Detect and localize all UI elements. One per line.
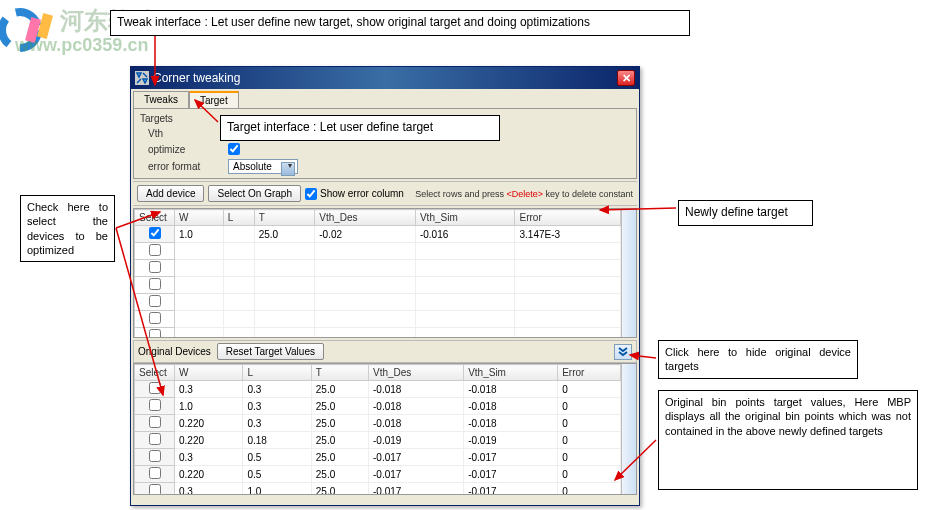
cell-w[interactable]: 0.220 (175, 432, 243, 449)
table-row[interactable]: 0.220 0.3 25.0 -0.018 -0.018 0 (135, 415, 621, 432)
cell-t[interactable]: 25.0 (311, 415, 368, 432)
row-select-checkbox[interactable] (149, 329, 161, 337)
tab-tweaks[interactable]: Tweaks (133, 91, 189, 108)
cell-error[interactable]: 0 (558, 415, 621, 432)
row-select-checkbox[interactable] (149, 312, 161, 324)
cell-l[interactable]: 0.3 (243, 381, 311, 398)
col-t[interactable]: T (254, 210, 315, 226)
col-l[interactable]: L (223, 210, 254, 226)
cell-w[interactable]: 0.220 (175, 466, 243, 483)
cell-error[interactable]: 0 (558, 381, 621, 398)
table-row-empty[interactable] (135, 328, 621, 338)
col2-t[interactable]: T (311, 365, 368, 381)
cell-vthdes[interactable]: -0.018 (368, 398, 463, 415)
col2-l[interactable]: L (243, 365, 311, 381)
table-row-empty[interactable] (135, 243, 621, 260)
row-select-checkbox[interactable] (149, 467, 161, 479)
cell-vthsim[interactable]: -0.018 (464, 398, 558, 415)
row-select-checkbox[interactable] (149, 484, 161, 494)
cell-vthsim[interactable]: -0.019 (464, 432, 558, 449)
row-select-checkbox[interactable] (149, 244, 161, 256)
show-error-column-checkbox[interactable] (305, 188, 317, 200)
col-vthsim[interactable]: Vth_Sim (415, 210, 515, 226)
cell-vthsim[interactable]: -0.016 (415, 226, 515, 243)
cell-vthsim[interactable]: -0.018 (464, 415, 558, 432)
row-select-checkbox[interactable] (149, 399, 161, 411)
col-vthdes[interactable]: Vth_Des (315, 210, 416, 226)
cell-t[interactable]: 25.0 (311, 466, 368, 483)
titlebar[interactable]: Corner tweaking ✕ (131, 67, 639, 89)
orig-table-scrollbar[interactable] (621, 364, 636, 494)
row-select-checkbox[interactable] (149, 382, 161, 394)
cell-l[interactable]: 0.3 (243, 415, 311, 432)
col-w[interactable]: W (175, 210, 224, 226)
row-select-checkbox[interactable] (149, 261, 161, 273)
table-row-empty[interactable] (135, 260, 621, 277)
cell-error[interactable]: 0 (558, 432, 621, 449)
row-select-checkbox[interactable] (149, 450, 161, 462)
cell-t[interactable]: 25.0 (311, 483, 368, 495)
cell-l[interactable]: 0.5 (243, 466, 311, 483)
cell-l[interactable]: 1.0 (243, 483, 311, 495)
cell-vthsim[interactable]: -0.017 (464, 466, 558, 483)
table-row[interactable]: 1.0 25.0 -0.02 -0.016 3.147E-3 (135, 226, 621, 243)
cell-error[interactable]: 3.147E-3 (515, 226, 621, 243)
collapse-original-button[interactable] (614, 344, 632, 360)
table-row[interactable]: 0.3 0.3 25.0 -0.018 -0.018 0 (135, 381, 621, 398)
table-row-empty[interactable] (135, 277, 621, 294)
reset-target-values-button[interactable]: Reset Target Values (217, 343, 324, 360)
cell-vthdes[interactable]: -0.018 (368, 415, 463, 432)
row-select-checkbox[interactable] (149, 433, 161, 445)
cell-vthdes[interactable]: -0.019 (368, 432, 463, 449)
row-select-checkbox[interactable] (149, 295, 161, 307)
col2-w[interactable]: W (175, 365, 243, 381)
col2-select[interactable]: Select (135, 365, 175, 381)
row-select-checkbox[interactable] (149, 416, 161, 428)
cell-error[interactable]: 0 (558, 449, 621, 466)
row-select-checkbox[interactable] (149, 227, 161, 239)
table-row[interactable]: 0.3 0.5 25.0 -0.017 -0.017 0 (135, 449, 621, 466)
table-row-empty[interactable] (135, 311, 621, 328)
cell-l[interactable] (223, 226, 254, 243)
add-device-button[interactable]: Add device (137, 185, 204, 202)
row-select-checkbox[interactable] (149, 278, 161, 290)
cell-t[interactable]: 25.0 (311, 398, 368, 415)
cell-vthdes[interactable]: -0.017 (368, 449, 463, 466)
cell-error[interactable]: 0 (558, 466, 621, 483)
cell-w[interactable]: 1.0 (175, 398, 243, 415)
cell-vthdes[interactable]: -0.017 (368, 483, 463, 495)
cell-w[interactable]: 0.3 (175, 449, 243, 466)
table-row[interactable]: 0.220 0.18 25.0 -0.019 -0.019 0 (135, 432, 621, 449)
cell-vthsim[interactable]: -0.017 (464, 483, 558, 495)
error-format-dropdown[interactable]: Absolute (228, 159, 298, 174)
table-row[interactable]: 0.3 1.0 25.0 -0.017 -0.017 0 (135, 483, 621, 495)
cell-error[interactable]: 0 (558, 483, 621, 495)
cell-w[interactable]: 0.220 (175, 415, 243, 432)
cell-w[interactable]: 0.3 (175, 381, 243, 398)
cell-error[interactable]: 0 (558, 398, 621, 415)
table-row[interactable]: 0.220 0.5 25.0 -0.017 -0.017 0 (135, 466, 621, 483)
cell-l[interactable]: 0.18 (243, 432, 311, 449)
cell-t[interactable]: 25.0 (311, 449, 368, 466)
cell-t[interactable]: 25.0 (311, 381, 368, 398)
cell-w[interactable]: 1.0 (175, 226, 224, 243)
col2-error[interactable]: Error (558, 365, 621, 381)
cell-t[interactable]: 25.0 (254, 226, 315, 243)
cell-vthdes[interactable]: -0.017 (368, 466, 463, 483)
cell-vthdes[interactable]: -0.018 (368, 381, 463, 398)
cell-vthsim[interactable]: -0.017 (464, 449, 558, 466)
select-on-graph-button[interactable]: Select On Graph (208, 185, 300, 202)
col-error[interactable]: Error (515, 210, 621, 226)
cell-l[interactable]: 0.5 (243, 449, 311, 466)
cell-vthsim[interactable]: -0.018 (464, 381, 558, 398)
optimize-checkbox[interactable] (228, 143, 240, 155)
cell-vthdes[interactable]: -0.02 (315, 226, 416, 243)
close-button[interactable]: ✕ (617, 70, 635, 86)
table-row-empty[interactable] (135, 294, 621, 311)
cell-w[interactable]: 0.3 (175, 483, 243, 495)
table-row[interactable]: 1.0 0.3 25.0 -0.018 -0.018 0 (135, 398, 621, 415)
tab-target[interactable]: Target (189, 91, 239, 108)
new-table-scrollbar[interactable] (621, 209, 636, 337)
col-select[interactable]: Select (135, 210, 175, 226)
col2-vthdes[interactable]: Vth_Des (368, 365, 463, 381)
